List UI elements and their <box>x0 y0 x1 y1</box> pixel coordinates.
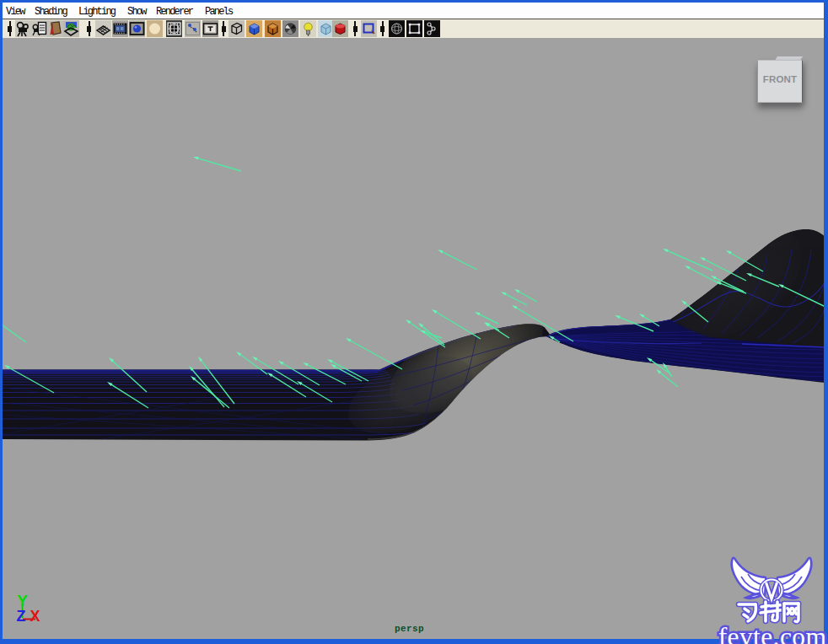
svg-text:X: X <box>30 608 40 625</box>
svg-text:Y: Y <box>17 592 28 609</box>
svg-text:Z: Z <box>17 608 26 625</box>
